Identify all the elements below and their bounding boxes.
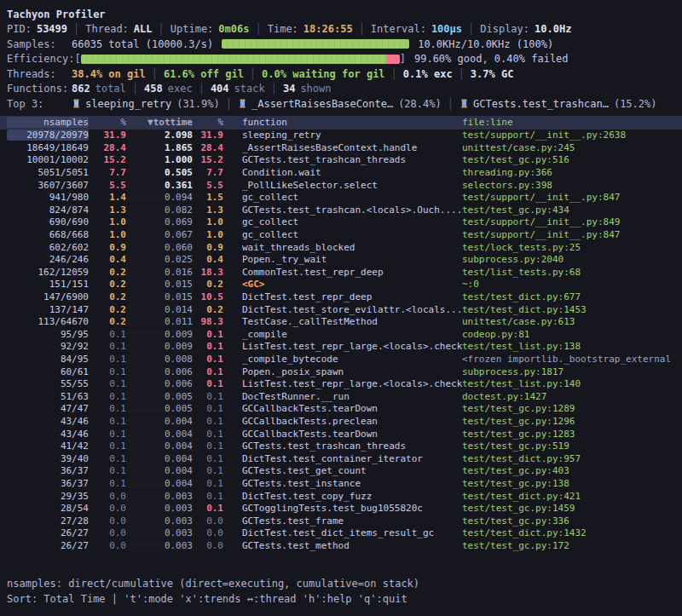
threads-waiting-gil: 0.0% waiting for gil	[262, 68, 385, 80]
column-header-direct-pct[interactable]: %	[89, 117, 126, 128]
efficiency-bar	[81, 55, 400, 64]
table-row[interactable]: 47/470.10.0050.1GCCallbackTests.tearDown…	[0, 403, 682, 416]
cell-function: <GC>	[242, 279, 462, 290]
cell-cum-pct: 31.9	[193, 130, 223, 141]
table-row[interactable]: 29/350.00.0030.1DictTest.test_copy_fuzzt…	[0, 490, 682, 503]
cell-function: DictTest.test_container_iterator	[242, 453, 462, 464]
table-row[interactable]: 51/630.10.0050.1DocTestRunner.__rundocte…	[0, 390, 682, 403]
table-body: 20978/2097931.92.09831.9sleeping_retryte…	[0, 130, 682, 552]
cell-cum-pct: 0.1	[193, 465, 223, 476]
cell-function: ListTest.test_repr_large.<locals>.check	[242, 341, 462, 352]
cell-cum-pct: 0.1	[193, 503, 223, 514]
cell-direct-pct: 0.1	[89, 403, 126, 414]
table-row[interactable]: 39/400.10.0040.1DictTest.test_container_…	[0, 452, 682, 465]
table-row[interactable]: 246/2460.40.0250.4Popen._try_waitsubproc…	[0, 253, 682, 266]
samples-label: Samples:	[7, 38, 72, 50]
table-row[interactable]: 41/420.10.0040.1GCTests.test_trashcan_th…	[0, 440, 682, 452]
cell-direct-pct: 0.1	[89, 366, 126, 377]
cell-direct-pct: 0.1	[89, 465, 126, 476]
interval-label: Interval:	[371, 23, 426, 35]
table-row[interactable]: 602/6020.90.0600.9wait_threads_blockedte…	[0, 241, 682, 254]
footer-keybindings: Sort: Total Time | 't':mode 'x':trends ↔…	[0, 591, 682, 607]
cell-cum-pct: 0.0	[193, 515, 223, 527]
cell-file: test/support/__init__.py:2638	[462, 130, 682, 141]
table-row[interactable]: 43/460.10.0040.1GCCallbackTests.tearDown…	[0, 428, 682, 440]
table-row[interactable]: 26/270.00.0030.0DictTest.test_dict_items…	[0, 527, 682, 540]
cell-tottime: 0.014	[126, 304, 193, 315]
cell-cum-pct: 0.1	[193, 440, 223, 452]
cell-tottime: 0.006	[126, 378, 193, 389]
table-row[interactable]: 20978/2097931.92.09831.9sleeping_retryte…	[0, 130, 682, 142]
table-row[interactable]: 113/646700.20.01198.3TestCase._callTestM…	[0, 315, 682, 328]
table-row[interactable]: 26/270.00.0030.0GCTests.test_methodtest/…	[0, 539, 682, 552]
cell-nsamples: 26/27	[7, 527, 89, 538]
table-row[interactable]: 668/6681.00.0671.0gc_collecttest/support…	[0, 228, 682, 241]
top3-entry: _AssertRaisesBaseConte… (28.4%)	[238, 98, 442, 110]
table-row[interactable]: 151/1510.20.0150.2<GC>~:0	[0, 279, 682, 291]
table-row[interactable]: 941/9801.40.0941.5gc_collecttest/support…	[0, 191, 682, 204]
cell-cum-pct: 98.3	[193, 316, 223, 327]
table-row[interactable]: 36/370.10.0040.1GCTests.test_get_countte…	[0, 465, 682, 478]
column-header-cum-pct[interactable]: %	[193, 117, 223, 128]
cell-direct-pct: 1.4	[89, 192, 126, 203]
cell-tottime: 0.005	[126, 403, 193, 414]
thread-label: Thread:	[85, 23, 129, 35]
table-row[interactable]: 18649/1864928.41.86528.4_AssertRaisesBas…	[0, 141, 682, 154]
bracket-close: ]	[400, 53, 406, 65]
table-row[interactable]: 60/610.10.0060.1Popen._posix_spawnsubpro…	[0, 366, 682, 378]
table-row[interactable]: 95/950.10.0090.1_compilecodeop.py:81	[0, 328, 682, 341]
cell-cum-pct: 0.1	[193, 391, 223, 402]
cell-direct-pct: 1.0	[89, 216, 126, 227]
table-row[interactable]: 10001/1000215.21.00015.2GCTests.test_tra…	[0, 154, 682, 167]
table-row[interactable]: 690/6901.00.0691.0gc_collecttest/support…	[0, 216, 682, 229]
efficiency-line: Efficiency: [ ] 99.60% good, 0.40% faile…	[0, 52, 682, 67]
cell-nsamples: 36/37	[7, 465, 89, 476]
cell-direct-pct: 0.2	[89, 304, 126, 315]
top3-function-name: GCTests.test_trashcan…	[473, 98, 609, 110]
cell-direct-pct: 0.2	[89, 279, 126, 290]
cell-nsamples: 43/46	[7, 416, 89, 427]
cell-cum-pct: 0.9	[193, 242, 223, 253]
table-row[interactable]: 92/920.10.0090.1ListTest.test_repr_large…	[0, 341, 682, 354]
cell-function: GCTests.test_trashcan.<locals>.Ouch....	[242, 204, 462, 216]
column-header-file[interactable]: file:line	[462, 117, 682, 128]
table-row[interactable]: 28/540.00.0030.1GCTogglingTests.test_bug…	[0, 502, 682, 515]
table-row[interactable]: 55/550.10.0060.1ListTest.test_repr_large…	[0, 377, 682, 390]
display-value: 10.0Hz	[535, 23, 571, 35]
cell-nsamples: 5051/5051	[7, 167, 89, 178]
separator: │	[226, 98, 232, 110]
cell-function: sleeping_retry	[242, 130, 462, 141]
table-row[interactable]: 162/120590.20.01618.3CommonTest.test_rep…	[0, 266, 682, 279]
table-row[interactable]: 27/280.00.0030.0GCTests.test_frametest/t…	[0, 515, 682, 527]
cell-tottime: 0.003	[126, 540, 193, 551]
cell-function: TestCase._callTestMethod	[242, 316, 462, 327]
cell-nsamples: 941/980	[7, 192, 89, 203]
table-row[interactable]: 84/950.10.0080.1_compile_bytecode<frozen…	[0, 353, 682, 366]
cell-nsamples: 151/151	[7, 279, 89, 290]
table-row[interactable]: 3607/36075.50.3615.5_PollLikeSelector.se…	[0, 179, 682, 192]
table-row[interactable]: 36/370.10.0040.1GCTests.test_instancetes…	[0, 477, 682, 490]
thread-value: ALL	[134, 23, 153, 35]
table-row[interactable]: 5051/50517.70.5057.7Condition.waitthread…	[0, 166, 682, 179]
cell-file: test/support/__init__.py:847	[462, 229, 682, 240]
cell-tottime: 0.006	[126, 366, 193, 377]
cell-nsamples: 3607/3607	[7, 180, 89, 191]
column-header-tottime[interactable]: ▼tottime	[126, 117, 193, 128]
cell-cum-pct: 15.2	[193, 154, 223, 165]
column-header-nsamples[interactable]: nsamples	[7, 117, 89, 128]
cell-function: DocTestRunner.__run	[242, 391, 462, 402]
cell-cum-pct: 1.0	[193, 229, 223, 240]
cell-direct-pct: 0.0	[89, 515, 126, 527]
table-row[interactable]: 824/8741.30.0821.3GCTests.test_trashcan.…	[0, 204, 682, 216]
table-row[interactable]: 43/460.10.0040.1GCCallbackTests.preclean…	[0, 415, 682, 428]
table-row[interactable]: 147/69000.20.01510.5DictTest.test_repr_d…	[0, 291, 682, 303]
cell-nsamples: 246/246	[7, 254, 89, 265]
efficiency-label: Efficiency:	[7, 53, 74, 65]
cell-file: doctest.py:1427	[462, 391, 682, 402]
cell-nsamples: 43/46	[7, 429, 89, 440]
table-row[interactable]: 137/1470.20.0140.2DictTest.test_store_ev…	[0, 303, 682, 316]
cell-cum-pct: 0.1	[193, 429, 223, 440]
top3-line: Top 3: sleeping_retry (31.9%) │	[0, 96, 682, 112]
cell-function: DictTest.test_repr_deep	[242, 291, 462, 302]
column-header-function[interactable]: function	[242, 117, 462, 128]
